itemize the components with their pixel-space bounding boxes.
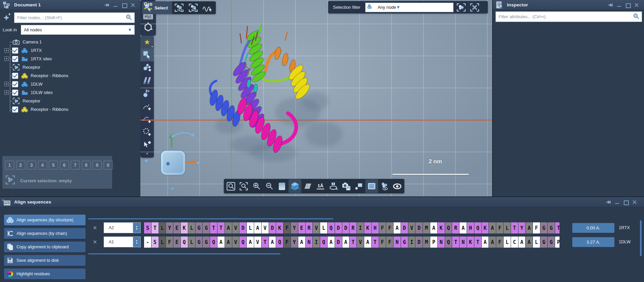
residue-cell[interactable]: K — [181, 222, 188, 233]
residue-cell[interactable]: L — [159, 222, 166, 233]
residue-cell[interactable]: A — [217, 237, 225, 248]
residue-cell[interactable]: A — [489, 237, 496, 248]
residue-cell[interactable]: A — [328, 237, 335, 248]
selection-visibility-button[interactable] — [378, 179, 391, 193]
residue-cell[interactable]: L — [533, 237, 540, 248]
residue-cell[interactable]: A — [430, 222, 437, 233]
grow-tool-button[interactable]: Gro ✦✧✦ — [143, 2, 153, 11]
preset-number-1[interactable]: 1 — [5, 161, 14, 169]
tree-item-1dlw-sites[interactable]: +1DLW sites — [0, 88, 140, 97]
residue-cell[interactable]: K — [438, 222, 445, 233]
residue-cell[interactable]: I — [357, 222, 364, 233]
fullscreen-panel-button[interactable] — [365, 179, 378, 193]
residue-cell[interactable]: Q — [445, 222, 452, 233]
residue-cell[interactable]: Y — [166, 222, 173, 233]
snapshot-button[interactable] — [340, 179, 352, 193]
rotate-down-button[interactable]: ▼ — [170, 186, 175, 192]
zoom-in-button[interactable] — [250, 179, 263, 193]
expand-toggle-icon[interactable]: + — [4, 82, 9, 86]
residue-cell[interactable]: N — [438, 237, 445, 248]
residue-cell[interactable]: A — [225, 237, 232, 248]
residue-cell[interactable]: G — [548, 237, 555, 248]
residue-cell[interactable]: L — [188, 222, 195, 233]
background-color-button[interactable] — [276, 179, 289, 193]
residue-cell[interactable]: A — [460, 222, 467, 233]
residue-cell[interactable]: L — [504, 237, 511, 248]
residue-cell[interactable]: E — [173, 237, 180, 248]
residue-cell[interactable]: R — [452, 222, 459, 233]
residue-cell[interactable]: G — [540, 222, 547, 233]
residue-cell[interactable]: I — [408, 237, 415, 248]
preset-number-7[interactable]: 7 — [71, 161, 80, 169]
residue-cell[interactable]: F — [496, 222, 503, 233]
residue-cell[interactable]: F — [386, 237, 393, 248]
residue-cell[interactable]: G — [401, 237, 408, 248]
residue-cell[interactable]: A — [342, 237, 349, 248]
residue-cell[interactable]: H — [467, 222, 474, 233]
residue-cell[interactable]: A — [482, 237, 489, 248]
residue-cell[interactable]: K — [467, 237, 474, 248]
preset-number-5[interactable]: 5 — [49, 161, 58, 169]
visibility-eye-button[interactable] — [391, 179, 404, 193]
residue-cell[interactable]: D — [269, 222, 276, 233]
horizontal-scrollbar-top[interactable] — [88, 218, 333, 219]
select-filtered-button[interactable] — [455, 2, 467, 12]
residue-cell[interactable]: T — [555, 222, 560, 233]
residue-cell[interactable]: G — [196, 222, 203, 233]
tree-item-receptor-ribbons[interactable]: Receptor - Ribbons — [0, 105, 140, 114]
maximize-icon[interactable] — [625, 2, 631, 8]
save-alignment-to-disk-button[interactable]: Save alignment to disk — [4, 255, 86, 266]
expand-toggle-icon[interactable]: + — [4, 48, 9, 53]
zoom-tool-button[interactable] — [225, 179, 237, 193]
zoom-fit-button[interactable] — [237, 179, 250, 193]
residue-cell[interactable]: T — [349, 237, 357, 248]
move-selection-tool[interactable] — [140, 138, 154, 151]
minimize-icon[interactable] — [614, 199, 620, 205]
residue-cell[interactable]: F — [379, 237, 386, 248]
add-bond-tool[interactable] — [140, 74, 154, 87]
sequence-id-spinner[interactable]: A1▲▼ — [104, 237, 141, 247]
spinner-arrows-icon[interactable]: ▲▼ — [133, 223, 140, 233]
residue-cell[interactable]: T — [210, 222, 217, 233]
tree-item-receptor[interactable]: Receptor — [0, 97, 140, 105]
residue-cell[interactable]: K — [482, 222, 489, 233]
maximize-icon[interactable] — [122, 2, 127, 8]
horizontal-scrollbar-bottom[interactable] — [88, 253, 280, 254]
close-icon[interactable] — [632, 199, 637, 205]
residue-cell[interactable]: A — [526, 237, 533, 248]
residue-cell[interactable]: L — [504, 222, 511, 233]
add-atom-tool[interactable] — [140, 61, 154, 74]
favorites-star-button[interactable]: ★ ▾ — [140, 36, 154, 49]
minimize-icon[interactable] — [616, 2, 622, 8]
residue-cell[interactable]: G — [196, 237, 203, 248]
residue-cell[interactable]: L — [247, 222, 254, 233]
residue-cell[interactable]: F — [379, 222, 386, 233]
more-tools-button[interactable]: ▾ — [140, 151, 154, 156]
tree-item-1dlw[interactable]: +1DLW — [0, 80, 140, 88]
preset-number-6[interactable]: 6 — [60, 161, 69, 169]
show-selection-button[interactable] — [172, 1, 186, 14]
residue-cell[interactable]: A — [254, 222, 261, 233]
residue-cell[interactable]: Y — [291, 237, 298, 248]
residue-cell[interactable]: G — [540, 237, 547, 248]
residue-cell[interactable]: L — [320, 222, 327, 233]
residue-cell[interactable]: A — [394, 222, 401, 233]
sequence-id-spinner[interactable]: A2▲▼ — [104, 222, 141, 233]
residue-cell[interactable]: Q — [181, 237, 188, 248]
residue-cell[interactable]: K — [276, 222, 283, 233]
minimize-icon[interactable] — [113, 2, 118, 8]
residue-cell[interactable]: A — [225, 222, 232, 233]
residue-cell[interactable]: L — [159, 237, 166, 248]
residue-cell[interactable]: N — [306, 237, 313, 248]
rmsd-badge[interactable]: 0.00 A. — [572, 223, 614, 233]
residue-cell[interactable]: Q — [320, 237, 327, 248]
pin-icon[interactable] — [104, 2, 109, 8]
residue-cell[interactable]: V — [262, 222, 269, 233]
residue-cell[interactable]: A — [364, 237, 371, 248]
pin-icon[interactable] — [608, 2, 613, 8]
preset-number-3[interactable]: 3 — [27, 161, 36, 169]
residue-cell[interactable]: T — [217, 222, 225, 233]
residue-cell[interactable]: Y — [291, 222, 298, 233]
tree-item-1rtx[interactable]: +1RTX — [0, 46, 140, 55]
residue-cell[interactable]: Q — [445, 237, 452, 248]
